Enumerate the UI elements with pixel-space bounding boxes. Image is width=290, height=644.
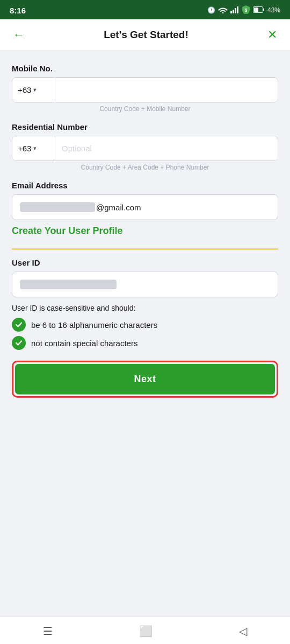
mobile-number-input-row: +63 ▾	[12, 77, 278, 103]
svg-rect-1	[233, 10, 234, 13]
validation-item-2: not contain special characters	[12, 336, 278, 350]
mobile-number-label: Mobile No.	[12, 64, 278, 73]
email-suffix: @gmail.com	[96, 203, 141, 212]
validation-title: User ID is case-sensitive and should:	[12, 304, 278, 312]
status-time: 8:16	[10, 6, 26, 15]
userid-input-wrapper[interactable]	[12, 272, 278, 297]
mobile-country-select[interactable]: +63 ▾	[12, 78, 55, 102]
page-title: Let's Get Started!	[104, 29, 189, 41]
mobile-country-code: +63	[18, 85, 31, 94]
main-content: Mobile No. +63 ▾ Country Code + Mobile N…	[0, 51, 290, 617]
dollar-shield-icon: $	[242, 5, 250, 16]
mobile-number-input[interactable]	[55, 78, 278, 102]
mobile-number-field: Mobile No. +63 ▾ Country Code + Mobile N…	[12, 64, 278, 113]
residential-country-code: +63	[18, 144, 31, 153]
battery-percentage: 43%	[267, 6, 280, 14]
wifi-icon	[218, 6, 228, 15]
signal-icon	[230, 6, 239, 15]
mobile-chevron-icon: ▾	[33, 86, 37, 93]
status-icons: 🕐 $	[207, 5, 280, 16]
email-input-wrapper[interactable]: @gmail.com	[12, 194, 278, 220]
check-icon-1	[12, 318, 26, 332]
residential-number-field: Residential Number +63 ▾ Country Code + …	[12, 122, 278, 171]
back-nav-icon: ◁	[239, 625, 247, 638]
svg-rect-2	[235, 8, 236, 13]
userid-field: User ID	[12, 258, 278, 297]
residential-number-hint: Country Code + Area Code + Phone Number	[12, 164, 278, 171]
next-button-wrapper: Next	[12, 361, 278, 398]
next-button[interactable]: Next	[15, 364, 275, 394]
section-title: Create Your User Profile	[12, 225, 278, 237]
email-address-field: Email Address @gmail.com	[12, 181, 278, 220]
residential-chevron-icon: ▾	[33, 145, 37, 152]
svg-rect-6	[254, 8, 258, 12]
bottom-nav: ☰ ⬜ ◁	[0, 617, 290, 644]
userid-label: User ID	[12, 258, 278, 267]
status-bar: 8:16 🕐 $	[0, 0, 290, 19]
user-profile-section: Create Your User Profile User ID User ID…	[12, 225, 278, 398]
validation-text-2: not contain special characters	[31, 339, 137, 348]
residential-number-input[interactable]	[55, 136, 278, 160]
residential-country-select[interactable]: +63 ▾	[12, 136, 55, 160]
svg-rect-7	[263, 8, 264, 11]
validation-item-1: be 6 to 16 alphanumeric characters	[12, 318, 278, 332]
top-nav: ← Let's Get Started! ✕	[0, 19, 290, 51]
alarm-icon: 🕐	[207, 6, 215, 14]
check-icon-2	[12, 336, 26, 350]
email-prefix-blur	[20, 202, 95, 212]
email-address-label: Email Address	[12, 181, 278, 190]
svg-rect-0	[230, 11, 232, 13]
battery-icon	[253, 6, 265, 14]
userid-blur	[20, 280, 117, 289]
validation-text-1: be 6 to 16 alphanumeric characters	[31, 320, 157, 330]
section-divider	[12, 248, 278, 250]
back-button[interactable]: ←	[10, 27, 28, 43]
close-button[interactable]: ✕	[264, 27, 280, 43]
svg-rect-3	[237, 6, 238, 13]
validation-section: User ID is case-sensitive and should: be…	[12, 304, 278, 350]
home-icon: ⬜	[139, 625, 153, 638]
svg-text:$: $	[244, 8, 247, 13]
hamburger-icon: ☰	[43, 625, 53, 638]
residential-number-label: Residential Number	[12, 122, 278, 131]
residential-number-input-row: +63 ▾	[12, 136, 278, 161]
mobile-number-hint: Country Code + Mobile Number	[12, 105, 278, 113]
